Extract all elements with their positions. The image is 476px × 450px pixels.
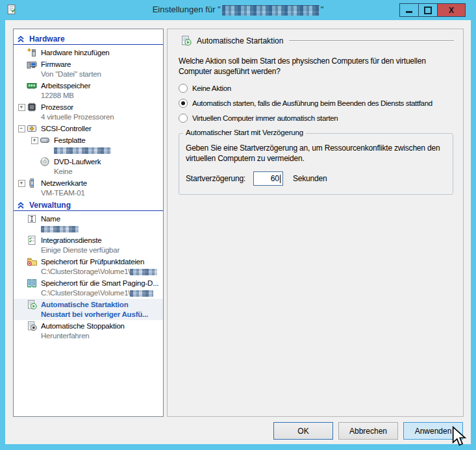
item-label: SCSI-Controller bbox=[41, 123, 162, 134]
item-sub-label bbox=[41, 224, 162, 234]
delay-groupbox: Automatischer Start mit Verzögerung Gebe… bbox=[179, 133, 453, 195]
item-text: Festplatte bbox=[54, 135, 162, 155]
redacted-vm-name bbox=[222, 5, 319, 16]
item-text: Automatische StoppaktionHerunterfahren bbox=[41, 321, 162, 341]
sidebar-item-automatische-stoppaktion[interactable]: Automatische StoppaktionHerunterfahren bbox=[14, 320, 163, 342]
start-action-icon bbox=[27, 299, 37, 310]
item-sub-label bbox=[54, 145, 162, 155]
expander-column bbox=[16, 256, 27, 258]
radio-button-icon[interactable] bbox=[179, 114, 188, 123]
maximize-button[interactable] bbox=[418, 4, 437, 16]
settings-app-icon bbox=[6, 4, 17, 15]
delay-group-title: Automatischer Start mit Verzögerung bbox=[183, 129, 306, 136]
radio-option-automatisch-starten-falls-die-ausführung[interactable]: Automatisch starten, falls die Ausführun… bbox=[179, 99, 463, 108]
startup-delay-input[interactable]: 60 bbox=[253, 171, 283, 186]
radio-option-keine-aktion[interactable]: Keine Aktion bbox=[179, 84, 463, 93]
section-header-verwaltung[interactable]: Verwaltung bbox=[14, 199, 163, 211]
expander-column: + bbox=[16, 178, 27, 187]
redacted-text bbox=[130, 269, 157, 275]
redacted-text bbox=[130, 290, 153, 297]
item-label: Speicherort für die Smart Paging-D... bbox=[41, 278, 162, 288]
radio-button-icon[interactable] bbox=[179, 99, 188, 108]
sidebar-item-hardware-hinzufügen[interactable]: Hardware hinzufügen bbox=[14, 47, 163, 58]
cancel-button[interactable]: Abbrechen bbox=[338, 422, 398, 440]
item-sub-label: Einige Dienste verfügbar bbox=[41, 245, 162, 255]
sidebar-item-scsi-controller[interactable]: −SCSI-Controller bbox=[14, 123, 163, 134]
expander-column bbox=[16, 59, 27, 61]
sidebar-item-automatische-startaktion[interactable]: Automatische StartaktionNeustart bei vor… bbox=[14, 299, 163, 320]
item-text: Name bbox=[41, 214, 162, 234]
item-label: Hardware hinzufügen bbox=[41, 47, 162, 58]
delay-row: Startverzögerung: 60 Sekunden bbox=[186, 171, 446, 186]
expander-column bbox=[16, 321, 27, 323]
close-button[interactable]: X bbox=[437, 4, 465, 16]
radio-button-icon[interactable] bbox=[179, 84, 188, 93]
item-label: Automatische Startaktion bbox=[41, 299, 162, 310]
network-adapter-icon bbox=[27, 178, 37, 188]
sidebar-item-prozessor[interactable]: +Prozessor4 virtuelle Prozessoren bbox=[14, 101, 163, 123]
delay-unit-label: Sekunden bbox=[293, 174, 327, 183]
expander-column: + bbox=[16, 102, 27, 111]
item-label: Firmware bbox=[41, 59, 162, 69]
item-text: IntegrationsdiensteEinige Dienste verfüg… bbox=[41, 235, 162, 255]
settings-window: Einstellungen für "" X HardwareHardware … bbox=[0, 0, 476, 450]
apply-button[interactable]: Anwenden bbox=[403, 422, 463, 440]
item-text: Arbeitsspeicher12288 MB bbox=[41, 81, 162, 101]
sidebar-item-festplatte[interactable]: +Festplatte bbox=[14, 134, 163, 156]
item-label: Speicherort für Prüfpunktdateien bbox=[41, 256, 162, 267]
start-action-radios: Keine AktionAutomatisch starten, falls d… bbox=[179, 84, 463, 123]
dialog-body: HardwareHardware hinzufügenFirmwareVon "… bbox=[5, 20, 471, 444]
titlebar[interactable]: Einstellungen für "" X bbox=[0, 0, 476, 20]
memory-icon bbox=[27, 81, 37, 91]
item-label: Festplatte bbox=[54, 135, 162, 145]
sidebar-item-integrationsdienste[interactable]: IntegrationsdiensteEinige Dienste verfüg… bbox=[14, 234, 163, 256]
item-sub-label: Neustart bei vorheriger Ausfü... bbox=[41, 310, 162, 319]
item-text: Speicherort für die Smart Paging-D...C:\… bbox=[41, 278, 162, 298]
sidebar-item-firmware[interactable]: FirmwareVon "Datei" starten bbox=[14, 58, 163, 80]
sidebar-item-speicherort-für-prüfpunktdateien[interactable]: Speicherort für PrüfpunktdateienC:\Clust… bbox=[14, 256, 163, 277]
sidebar-item-speicherort-für-die-smart-paging-d[interactable]: Speicherort für die Smart Paging-D...C:\… bbox=[14, 277, 163, 299]
radio-label[interactable]: Virtuellen Computer immer automatisch st… bbox=[192, 114, 338, 122]
hard-disk-icon bbox=[40, 135, 50, 145]
expander-column bbox=[16, 299, 27, 301]
radio-option-virtuellen-computer-immer-automatisch-st[interactable]: Virtuellen Computer immer automatisch st… bbox=[179, 114, 463, 123]
item-sub-label: 12288 MB bbox=[41, 91, 162, 101]
item-label: Name bbox=[41, 214, 162, 224]
sidebar-item-arbeitsspeicher[interactable]: Arbeitsspeicher12288 MB bbox=[14, 80, 163, 101]
radio-label[interactable]: Automatisch starten, falls die Ausführun… bbox=[192, 99, 432, 107]
header-rule bbox=[289, 40, 454, 42]
item-sub-label: Keine bbox=[54, 167, 162, 177]
item-text: DVD-LaufwerkKeine bbox=[54, 156, 162, 177]
window-controls: X bbox=[399, 3, 466, 17]
sidebar-item-netzwerkkarte[interactable]: +NetzwerkkarteVM-TEAM-01 bbox=[14, 177, 163, 199]
item-sub-label: VM-TEAM-01 bbox=[41, 188, 162, 198]
collapse-box-icon[interactable]: − bbox=[18, 125, 25, 132]
expander-column bbox=[16, 81, 27, 82]
name-icon bbox=[27, 214, 37, 224]
item-sub-label: C:\ClusterStorage\Volume1\ bbox=[41, 267, 162, 277]
sidebar-item-dvd-laufwerk[interactable]: DVD-LaufwerkKeine bbox=[14, 156, 163, 177]
item-text: SCSI-Controller bbox=[41, 123, 162, 134]
settings-sidebar: HardwareHardware hinzufügenFirmwareVon "… bbox=[13, 29, 164, 417]
start-action-icon bbox=[181, 35, 192, 46]
item-text: NetzwerkkarteVM-TEAM-01 bbox=[41, 178, 162, 198]
dvd-drive-icon bbox=[40, 156, 50, 167]
expander-column: − bbox=[16, 123, 27, 132]
expand-box-icon[interactable]: + bbox=[18, 180, 25, 187]
panel-title: Automatische Startaktion bbox=[197, 36, 283, 45]
item-label: Automatische Stoppaktion bbox=[41, 321, 162, 331]
section-header-hardware[interactable]: Hardware bbox=[14, 32, 163, 45]
smart-paging-icon bbox=[27, 278, 37, 288]
sidebar-item-name[interactable]: Name bbox=[14, 213, 163, 234]
item-label: Netzwerkkarte bbox=[41, 178, 162, 188]
radio-label[interactable]: Keine Aktion bbox=[192, 84, 231, 92]
item-text: Prozessor4 virtuelle Prozessoren bbox=[41, 102, 162, 122]
minimize-button[interactable] bbox=[400, 4, 418, 16]
expander-column bbox=[16, 47, 27, 49]
expander-column bbox=[16, 214, 27, 216]
firmware-icon bbox=[27, 59, 37, 69]
ok-button[interactable]: OK bbox=[273, 422, 333, 440]
expand-box-icon[interactable]: + bbox=[18, 104, 25, 111]
expand-box-icon[interactable]: + bbox=[31, 137, 38, 144]
item-sub-label: C:\ClusterStorage\Volume1\ bbox=[41, 288, 162, 298]
